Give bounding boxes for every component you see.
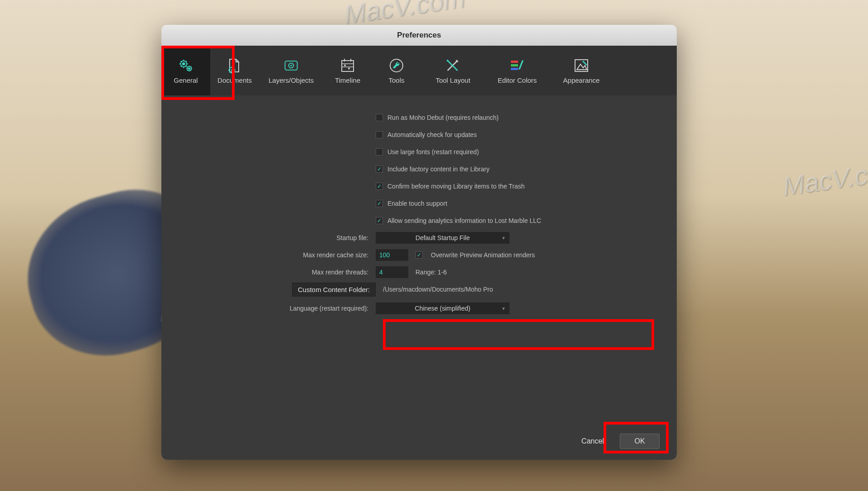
tab-label: General bbox=[174, 76, 198, 84]
dialog-footer: Cancel OK bbox=[574, 434, 660, 449]
label-startup-file: Startup file: bbox=[179, 234, 376, 241]
checkbox-confirm-trash[interactable] bbox=[376, 183, 383, 190]
tab-label: Documents bbox=[217, 76, 252, 84]
timeline-icon bbox=[340, 57, 356, 74]
ok-button[interactable]: OK bbox=[620, 434, 660, 449]
checkbox-label: Run as Moho Debut (requires relaunch) bbox=[387, 114, 499, 121]
svg-rect-14 bbox=[511, 61, 518, 63]
svg-point-1 bbox=[183, 62, 185, 65]
input-max-cache[interactable] bbox=[376, 249, 408, 261]
svg-rect-15 bbox=[511, 64, 518, 66]
gear-icon bbox=[178, 57, 194, 74]
document-icon bbox=[226, 57, 243, 74]
button-custom-content-folder[interactable]: Custom Content Folder: bbox=[292, 283, 376, 297]
ccf-path: /Users/macdown/Documents/Moho Pro bbox=[383, 286, 493, 293]
cancel-button[interactable]: Cancel bbox=[574, 434, 612, 449]
checkbox-label: Automatically check for updates bbox=[387, 131, 477, 138]
dropdown-value: Default Startup File bbox=[415, 234, 470, 241]
checkbox-label: Confirm before moving Library items to t… bbox=[387, 183, 524, 190]
svg-point-11 bbox=[348, 67, 350, 69]
checkbox-label: Enable touch support bbox=[387, 200, 447, 207]
dropdown-value: Chinese (simplified) bbox=[415, 305, 471, 312]
label-threads-range: Range: 1-6 bbox=[415, 269, 447, 276]
checkbox-touch[interactable] bbox=[376, 200, 383, 207]
tab-editor-colors[interactable]: Editor Colors bbox=[485, 46, 549, 95]
tab-tool-layout[interactable]: Tool Layout bbox=[421, 46, 485, 95]
tab-layers-objects[interactable]: Layers/Objects bbox=[259, 46, 323, 95]
watermark: MacV.com bbox=[781, 155, 868, 202]
tab-label: Appearance bbox=[563, 76, 600, 84]
checkbox-label: Include factory content in the Library bbox=[387, 165, 490, 173]
label-max-cache: Max render cache size: bbox=[179, 251, 376, 259]
tab-bar: General Documents Layers/Objects Timelin… bbox=[161, 46, 677, 95]
svg-point-8 bbox=[290, 65, 292, 66]
tab-label: Tool Layout bbox=[436, 76, 471, 84]
tab-label: Layers/Objects bbox=[269, 76, 314, 84]
dropdown-language[interactable]: Chinese (simplified) bbox=[376, 302, 509, 314]
tab-timeline[interactable]: Timeline bbox=[323, 46, 372, 95]
checkbox-factory-content[interactable] bbox=[376, 165, 383, 173]
window-title: Preferences bbox=[397, 31, 441, 40]
svg-point-10 bbox=[344, 64, 346, 66]
checkbox-label: Use large fonts (restart required) bbox=[387, 148, 479, 156]
checkbox-analytics[interactable] bbox=[376, 217, 383, 224]
checkbox-overwrite-preview[interactable] bbox=[415, 251, 423, 259]
input-max-threads[interactable] bbox=[376, 266, 408, 278]
tab-label: Editor Colors bbox=[498, 76, 537, 84]
checkbox-auto-update[interactable] bbox=[376, 131, 383, 138]
label-language: Language (restart required): bbox=[179, 305, 376, 312]
label-max-threads: Max render threads: bbox=[179, 269, 376, 276]
appearance-icon bbox=[573, 57, 590, 74]
svg-point-5 bbox=[231, 69, 233, 71]
wrench-icon bbox=[388, 57, 405, 74]
tab-documents[interactable]: Documents bbox=[210, 46, 259, 95]
checkbox-label: Overwrite Preview Animation renders bbox=[431, 251, 535, 259]
svg-point-13 bbox=[447, 60, 448, 61]
window-body: General Documents Layers/Objects Timelin… bbox=[161, 46, 677, 460]
svg-point-18 bbox=[583, 61, 584, 62]
layers-icon bbox=[283, 57, 299, 74]
dropdown-startup-file[interactable]: Default Startup File bbox=[376, 232, 509, 244]
tab-label: Timeline bbox=[335, 76, 360, 84]
svg-rect-9 bbox=[342, 61, 354, 71]
tab-label: Tools bbox=[388, 76, 404, 84]
preferences-window: Preferences General Documents Layers/O bbox=[161, 25, 677, 460]
checkbox-label: Allow sending analytics information to L… bbox=[387, 217, 541, 224]
general-pane: Run as Moho Debut (requires relaunch) Au… bbox=[161, 95, 677, 326]
tab-tools[interactable]: Tools bbox=[372, 46, 421, 95]
colors-icon bbox=[509, 57, 525, 74]
svg-point-3 bbox=[189, 67, 190, 69]
tool-layout-icon bbox=[445, 57, 461, 74]
tab-appearance[interactable]: Appearance bbox=[549, 46, 613, 95]
titlebar: Preferences bbox=[161, 25, 677, 46]
svg-rect-16 bbox=[511, 68, 518, 70]
checkbox-run-debut[interactable] bbox=[376, 114, 383, 121]
checkbox-large-fonts[interactable] bbox=[376, 148, 383, 156]
tab-general[interactable]: General bbox=[161, 46, 210, 95]
